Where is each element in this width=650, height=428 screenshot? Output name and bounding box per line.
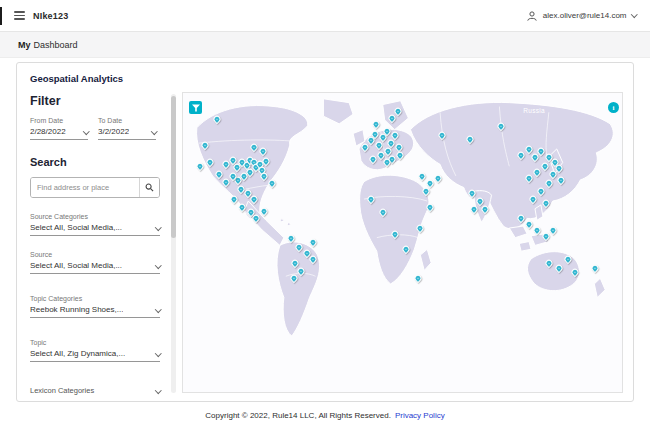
filter-sidebar: Filter From Date 2/28/2022 To Date: [30, 92, 182, 393]
info-icon: i: [613, 104, 615, 112]
app-header: NIke123 alex.oliver@rule14.com: [0, 0, 650, 32]
map-filter-button[interactable]: [189, 101, 202, 114]
source-label: Source: [30, 251, 160, 258]
topic-select[interactable]: Select All, Zig Dynamica,...: [30, 349, 160, 362]
from-date-label: From Date: [30, 117, 88, 124]
from-date-select[interactable]: 2/28/2022: [30, 127, 88, 140]
chevron-down-icon: [155, 306, 161, 312]
search-input[interactable]: [31, 178, 139, 197]
source-categories-label: Source Categories: [30, 213, 160, 220]
filter-heading: Filter: [30, 94, 160, 108]
to-date-select[interactable]: 3/2/2022: [98, 127, 156, 140]
source-select[interactable]: Select All, Social Media,...: [30, 261, 160, 274]
copyright-text: Copyright © 2022, Rule14 LLC, All Rights…: [205, 411, 391, 420]
chevron-down-icon: [155, 350, 161, 356]
main-area: Geospatial Analytics Filter From Date 2/…: [0, 58, 650, 402]
page-title: Geospatial Analytics: [30, 73, 623, 84]
filter-icon: [192, 104, 200, 112]
source-value: Select All, Social Media,...: [30, 261, 122, 270]
filter-scrollbar[interactable]: [171, 94, 176, 393]
topic-categories-label: Topic Categories: [30, 295, 160, 302]
search-box: [30, 177, 160, 198]
world-map: [183, 93, 622, 392]
lexicon-categories-label: Lexicon Categories: [30, 386, 94, 395]
source-categories-value: Select All, Social Media,...: [30, 223, 122, 232]
to-date-value: 3/2/2022: [98, 127, 129, 136]
chevron-down-icon: [631, 11, 637, 17]
breadcrumb: My Dashboard: [0, 32, 650, 58]
source-categories-select[interactable]: Select All, Social Media,...: [30, 223, 160, 236]
breadcrumb-page: Dashboard: [34, 40, 78, 50]
chevron-down-icon: [155, 262, 161, 268]
topic-categories-value: Reebok Running Shoes,...: [30, 305, 123, 314]
user-icon: [526, 10, 538, 22]
filter-scrollbar-thumb[interactable]: [171, 96, 176, 238]
chevron-down-icon: [151, 128, 157, 134]
topic-value: Select All, Zig Dynamica,...: [30, 349, 125, 358]
to-date-label: To Date: [98, 117, 156, 124]
search-icon: [145, 183, 154, 192]
breadcrumb-section: My: [18, 40, 31, 50]
chevron-down-icon: [155, 387, 161, 393]
footer: Copyright © 2022, Rule14 LLC, All Rights…: [0, 402, 650, 428]
topic-label: Topic: [30, 339, 160, 346]
menu-icon[interactable]: [14, 11, 25, 19]
user-email: alex.oliver@rule14.com: [543, 11, 627, 20]
topic-categories-select[interactable]: Reebok Running Shoes,...: [30, 305, 160, 318]
chevron-down-icon: [155, 224, 161, 230]
header-left-accent: [0, 7, 2, 25]
account-menu[interactable]: alex.oliver@rule14.com: [526, 10, 636, 22]
brand: NIke123: [33, 11, 68, 21]
lexicon-categories-expander[interactable]: Lexicon Categories: [30, 386, 160, 395]
privacy-policy-link[interactable]: Privacy Policy: [395, 411, 445, 420]
search-button[interactable]: [139, 178, 159, 197]
from-date-value: 2/28/2022: [30, 127, 66, 136]
map-info-button[interactable]: i: [608, 102, 619, 113]
chevron-down-icon: [83, 128, 89, 134]
geospatial-analytics-card: Geospatial Analytics Filter From Date 2/…: [16, 62, 634, 402]
search-heading: Search: [30, 156, 160, 168]
map-canvas[interactable]: i Russia: [182, 92, 623, 393]
